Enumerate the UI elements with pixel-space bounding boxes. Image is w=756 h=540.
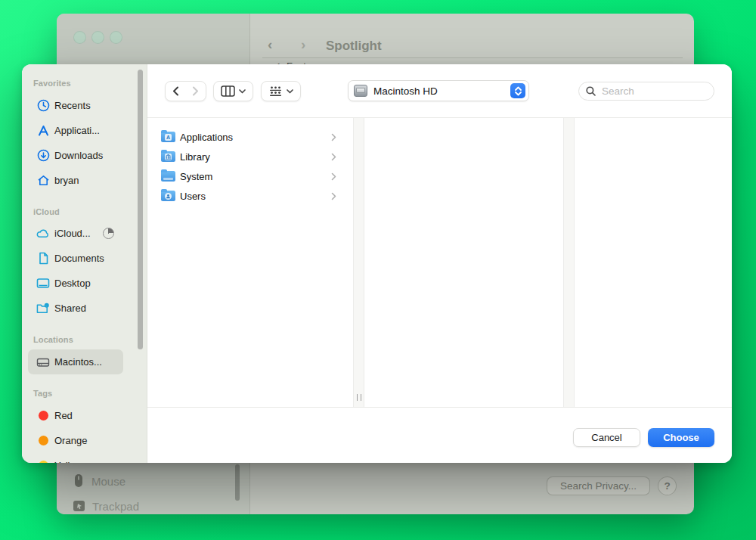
search-privacy-label: Search Privacy... xyxy=(560,480,637,492)
folder-row-system[interactable]: System xyxy=(147,166,353,186)
sidebar-item-label: Downloads xyxy=(54,150,103,161)
sidebar-item-label: bryan xyxy=(54,175,79,186)
search-icon xyxy=(586,86,596,96)
sidebar-item-label: Applicati... xyxy=(54,125,100,136)
footer-divider xyxy=(147,407,732,408)
sidebar-item-tag-yellow[interactable]: Yellow xyxy=(22,453,147,463)
settings-forward-icon[interactable]: › xyxy=(301,37,305,51)
system-folder-icon xyxy=(161,171,175,182)
sidebar-item-label: Mouse xyxy=(91,475,125,488)
location-popup[interactable]: Macintosh HD xyxy=(348,80,529,101)
sidebar-item-label: Shared xyxy=(54,303,86,314)
folder-row-applications[interactable]: A Applications xyxy=(147,127,353,147)
cloud-icon xyxy=(36,227,50,241)
yellow-tag-icon xyxy=(36,459,50,464)
sidebar-item-bryan[interactable]: bryan xyxy=(22,168,147,193)
popup-stepper-icon xyxy=(510,83,525,98)
help-button[interactable]: ? xyxy=(658,476,677,495)
sync-progress-icon xyxy=(103,228,114,239)
sidebar-item-label: Documents xyxy=(54,253,104,264)
sidebar-item-shared[interactable]: Shared xyxy=(22,296,147,321)
search-field[interactable] xyxy=(578,82,714,101)
home-icon xyxy=(36,174,50,188)
minimize-button[interactable] xyxy=(91,31,104,44)
folder-row-users[interactable]: Users xyxy=(147,186,353,206)
sidebar-item-label: Recents xyxy=(54,100,91,111)
orange-tag-icon xyxy=(36,434,50,448)
sidebar-item-desktop[interactable]: Desktop xyxy=(22,271,147,296)
location-popup-label: Macintosh HD xyxy=(373,85,438,97)
sidebar-item-label: Macintos... xyxy=(54,356,102,368)
sidebar-section-locations: Locations xyxy=(33,335,73,344)
file-chooser-dialog: Favorites Recents Applicati... Downloads… xyxy=(22,64,732,463)
zoom-button[interactable] xyxy=(110,31,122,44)
folder-name: System xyxy=(180,171,212,182)
applications-folder-icon: A xyxy=(161,132,175,142)
settings-back-icon[interactable]: ‹ xyxy=(268,37,272,51)
sidebar-item-recents[interactable]: Recents xyxy=(22,93,147,118)
folder-name: Library xyxy=(180,151,210,163)
sidebar-item-downloads[interactable]: Downloads xyxy=(22,143,147,168)
column-divider[interactable] xyxy=(353,118,364,407)
sidebar-item-tag-red[interactable]: Red xyxy=(22,403,147,428)
cancel-button[interactable]: Cancel xyxy=(573,428,640,447)
dialog-sidebar: Favorites Recents Applicati... Downloads… xyxy=(22,64,147,463)
help-label: ? xyxy=(664,480,670,492)
folder-name: Users xyxy=(180,191,206,202)
chevron-right-icon xyxy=(331,192,336,200)
download-circle-icon xyxy=(36,149,50,163)
appstore-icon xyxy=(36,124,50,138)
hard-drive-icon xyxy=(36,355,50,369)
desktop-icon xyxy=(36,277,50,290)
sidebar-item-icloud-drive[interactable]: iCloud... xyxy=(22,221,147,246)
sidebar-item-documents[interactable]: Documents xyxy=(22,246,147,271)
history-nav-group xyxy=(165,81,206,101)
sidebar-item-label: iCloud... xyxy=(54,228,91,239)
column-divider[interactable] xyxy=(563,118,575,407)
choose-button[interactable]: Choose xyxy=(648,428,714,447)
close-button[interactable] xyxy=(73,31,86,44)
sidebar-item-tag-orange[interactable]: Orange xyxy=(22,428,147,453)
sidebar-item-mouse[interactable]: Mouse xyxy=(72,473,125,489)
search-input[interactable] xyxy=(600,85,702,98)
red-tag-icon xyxy=(36,409,50,423)
sidebar-item-applications[interactable]: Applicati... xyxy=(22,118,147,143)
sidebar-item-label: Trackpad xyxy=(92,500,139,513)
sidebar-item-label: Desktop xyxy=(54,278,91,289)
library-folder-icon xyxy=(161,151,175,162)
column-resize-handle[interactable] xyxy=(357,394,361,401)
document-icon xyxy=(36,252,50,265)
shared-folder-icon xyxy=(36,302,50,315)
chevron-down-icon xyxy=(239,89,246,94)
chevron-right-icon xyxy=(331,133,336,141)
sidebar-item-trackpad[interactable]: Trackpad xyxy=(72,498,139,514)
search-privacy-button[interactable]: Search Privacy... xyxy=(547,476,650,495)
settings-list-top-border xyxy=(262,57,683,58)
group-by-button[interactable] xyxy=(261,81,301,101)
folder-name: Applications xyxy=(180,132,233,143)
dialog-content: Macintosh HD A Applications xyxy=(147,64,732,463)
dialog-sidebar-scrollbar[interactable] xyxy=(138,70,143,349)
settings-sidebar-scrollbar[interactable] xyxy=(235,464,240,501)
clock-icon xyxy=(36,99,50,113)
chevron-right-icon xyxy=(331,172,336,181)
chevron-down-icon xyxy=(287,89,293,94)
macintosh-hd-icon xyxy=(354,85,367,97)
sidebar-item-macintosh-hd[interactable]: Macintos... xyxy=(22,349,147,374)
mouse-icon xyxy=(72,473,85,489)
column-view-icon xyxy=(221,85,235,97)
sidebar-section-favorites: Favorites xyxy=(33,79,71,88)
sidebar-section-tags: Tags xyxy=(33,389,52,398)
view-mode-button[interactable] xyxy=(213,81,253,101)
sidebar-item-label: Orange xyxy=(54,435,87,446)
sidebar-section-icloud: iCloud xyxy=(33,207,60,216)
trackpad-icon xyxy=(72,498,86,514)
settings-title: Spotlight xyxy=(326,39,382,54)
cancel-label: Cancel xyxy=(591,432,621,443)
folder-row-library[interactable]: Library xyxy=(147,147,353,166)
forward-button[interactable] xyxy=(186,81,206,101)
sidebar-item-label: Red xyxy=(54,410,73,421)
grouping-icon xyxy=(268,85,283,97)
back-button[interactable] xyxy=(166,81,185,101)
choose-label: Choose xyxy=(663,432,699,443)
